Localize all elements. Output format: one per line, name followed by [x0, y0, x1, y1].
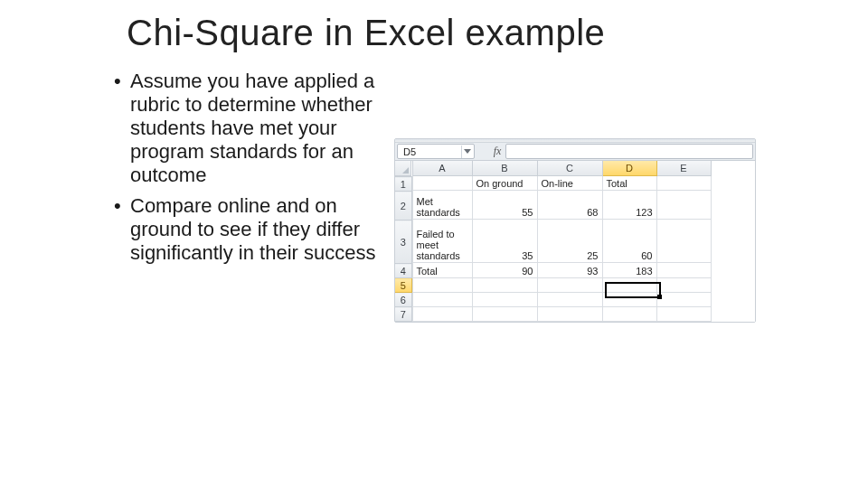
table-row: [412, 306, 711, 321]
select-all-corner[interactable]: [395, 161, 411, 176]
cell[interactable]: 123: [602, 190, 656, 219]
cell[interactable]: [656, 220, 711, 263]
cell[interactable]: 68: [537, 190, 602, 219]
cell[interactable]: [537, 277, 602, 292]
table-row: On ground On-line Total: [412, 175, 711, 190]
cell[interactable]: 60: [602, 220, 656, 263]
cell[interactable]: [472, 292, 537, 306]
body-row: Assume you have applied a rubric to dete…: [108, 70, 760, 323]
table-row: Failed to meet standards 35 25 60: [412, 220, 711, 263]
column-header[interactable]: C: [537, 161, 602, 175]
table-row: Met standards 55 68 123: [412, 190, 711, 219]
row-header[interactable]: 1: [395, 177, 411, 192]
cell[interactable]: [412, 306, 472, 321]
cell[interactable]: On ground: [472, 175, 537, 190]
cell[interactable]: On-line: [537, 175, 602, 190]
row-header[interactable]: 6: [395, 293, 411, 307]
cell[interactable]: [656, 292, 711, 306]
row-header[interactable]: 5: [395, 278, 411, 293]
row-header[interactable]: 4: [395, 264, 411, 278]
cell[interactable]: Total: [602, 175, 656, 190]
row-header[interactable]: 7: [395, 307, 411, 322]
bullet-list: Assume you have applied a rubric to dete…: [108, 70, 380, 272]
slide-title: Chi-Square in Excel example: [127, 13, 760, 53]
cell[interactable]: [656, 263, 711, 277]
row-header[interactable]: 3: [395, 221, 411, 264]
cell[interactable]: [537, 306, 602, 321]
cell[interactable]: 90: [472, 263, 537, 277]
table-row: [412, 277, 711, 292]
cell[interactable]: 183: [602, 263, 656, 277]
cell[interactable]: [412, 175, 472, 190]
cell[interactable]: 93: [537, 263, 602, 277]
column-header[interactable]: D: [602, 161, 656, 175]
table-row: Total 90 93 183: [412, 263, 711, 277]
cell[interactable]: [602, 277, 656, 292]
cell[interactable]: [412, 292, 472, 306]
table-row: [412, 292, 711, 306]
cell[interactable]: [537, 292, 602, 306]
grid-wrap: 1 2 3 4 5 6 7 A: [395, 161, 755, 322]
cell[interactable]: Met standards: [412, 190, 472, 219]
column-header[interactable]: A: [412, 161, 472, 175]
name-box-value: D5: [403, 146, 416, 157]
column-header[interactable]: B: [472, 161, 537, 175]
cell[interactable]: [656, 175, 711, 190]
cell[interactable]: Total: [412, 263, 472, 277]
cell[interactable]: [412, 277, 472, 292]
cell[interactable]: [472, 277, 537, 292]
fx-icon[interactable]: fx: [489, 144, 505, 159]
excel-screenshot: D5 fx 1 2: [394, 138, 756, 323]
formula-bar-input[interactable]: [505, 144, 753, 159]
column-header[interactable]: E: [656, 161, 711, 175]
formula-bar-row: D5 fx: [395, 143, 755, 161]
cell[interactable]: [602, 306, 656, 321]
cell[interactable]: 25: [537, 220, 602, 263]
cell[interactable]: [602, 292, 656, 306]
cell[interactable]: 35: [472, 220, 537, 263]
column-header-row: A B C D E: [412, 161, 711, 175]
name-box-dropdown-icon[interactable]: [461, 145, 472, 158]
cell[interactable]: [472, 306, 537, 321]
cell[interactable]: [656, 190, 711, 219]
cell[interactable]: [656, 277, 711, 292]
bullet-item: Assume you have applied a rubric to dete…: [114, 70, 380, 187]
row-header[interactable]: 2: [395, 192, 411, 221]
cell[interactable]: [656, 306, 711, 321]
slide: Chi-Square in Excel example Assume you h…: [0, 0, 868, 488]
bullet-item: Compare online and on ground to see if t…: [114, 194, 380, 265]
cell[interactable]: Failed to meet standards: [412, 220, 472, 263]
name-box[interactable]: D5: [397, 144, 475, 159]
cell[interactable]: 55: [472, 190, 537, 219]
